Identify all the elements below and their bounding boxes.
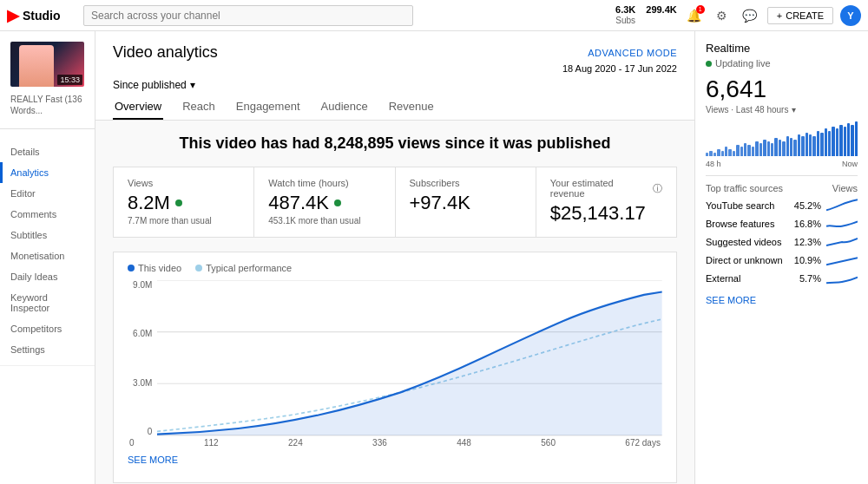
sidebar-item-subtitles[interactable]: Subtitles: [0, 225, 95, 245]
traffic-row: Suggested videos 12.3%: [706, 235, 858, 249]
sidebar-item-keyword-inspector[interactable]: Keyword Inspector: [0, 287, 95, 318]
chart-label-left: 48 h: [706, 160, 721, 168]
video-thumbnail[interactable]: 15:33: [10, 42, 84, 87]
traffic-source-pct: 12.3%: [793, 237, 821, 247]
mini-bar-item: [755, 141, 758, 156]
tab-reach[interactable]: Reach: [181, 95, 217, 120]
mini-bar-item: [709, 151, 712, 156]
search-input[interactable]: [83, 5, 413, 26]
mini-bar-item: [740, 147, 743, 156]
sidebar-item-monetisation[interactable]: Monetisation: [0, 245, 95, 266]
mini-bar-item: [736, 145, 739, 156]
video-duration: 15:33: [57, 75, 82, 85]
mini-bar-item: [744, 143, 746, 156]
topbar: ▶ Studio 6.3K Subs 299.4K 🔔 1 ⚙ 💬 + CREA…: [0, 0, 868, 31]
metric-watchtime-sub: 453.1K more than usual: [268, 216, 380, 226]
mini-bar-item: [733, 151, 735, 156]
mini-bar-item: [806, 133, 808, 156]
sidebar: 15:33 REALLY Fast (136 Words... Details …: [0, 31, 95, 484]
sidebar-item-competitors[interactable]: Competitors: [0, 318, 95, 339]
metric-views-value: 8.2M: [128, 192, 240, 214]
chart-legend: This video Typical performance: [128, 263, 662, 273]
y-label-0: 0: [128, 427, 152, 436]
video-headline: This video has had 8,248,895 views since…: [113, 134, 677, 153]
date-filter-label: Since published: [113, 79, 187, 91]
metric-subs-value: +97.4K: [410, 192, 522, 214]
metric-watchtime-value: 487.4K: [268, 192, 380, 214]
traffic-row: External 5.7%: [706, 271, 858, 285]
views-indicator: [175, 199, 182, 206]
x-axis-labels: 0 112 224 336 448 560 672 days: [128, 438, 662, 448]
typical-label: Typical performance: [206, 263, 292, 273]
mini-bar-item: [793, 140, 796, 156]
traffic-source-pct: 5.7%: [793, 273, 821, 284]
title-row: Video analytics ADVANCED MODE: [113, 43, 677, 62]
avatar[interactable]: Y: [840, 5, 861, 26]
notifications-button[interactable]: 🔔 1: [684, 5, 705, 26]
x-label-336: 336: [372, 438, 387, 448]
tab-engagement[interactable]: Engagement: [234, 95, 302, 120]
tab-audience[interactable]: Audience: [319, 95, 370, 120]
chart-label-right: Now: [842, 160, 858, 168]
info-icon[interactable]: ⓘ: [653, 182, 662, 195]
sidebar-item-analytics[interactable]: Analytics: [0, 162, 95, 183]
sidebar-item-details[interactable]: Details: [0, 141, 95, 162]
mini-bar-item: [771, 143, 773, 156]
tab-revenue[interactable]: Revenue: [387, 95, 436, 120]
studio-label: Studio: [23, 9, 61, 23]
mini-bar-item: [747, 145, 750, 156]
x-label-224: 224: [288, 438, 303, 448]
traffic-header: Top traffic sources Views: [706, 183, 858, 193]
mini-bar-item: [851, 125, 853, 156]
sidebar-item-settings[interactable]: Settings: [0, 339, 95, 360]
youtube-icon: ▶: [7, 6, 19, 25]
overview-content: This video has had 8,248,895 views since…: [95, 121, 694, 484]
date-range-value: 18 Aug 2020 - 17 Jun 2022: [562, 63, 677, 74]
metric-subs-label: Subscribers: [410, 178, 522, 188]
mini-bar-item: [725, 147, 727, 156]
subs-value: 6.3K: [615, 4, 635, 16]
realtime-count-label[interactable]: Views · Last 48 hours ▾: [706, 105, 858, 114]
mini-bar-item: [752, 147, 754, 156]
tab-overview[interactable]: Overview: [113, 95, 163, 120]
see-more-button[interactable]: SEE MORE: [128, 448, 178, 472]
chart-container: 9.0M 6.0M 3.0M 0: [128, 280, 662, 436]
page-title: Video analytics: [113, 43, 218, 62]
mini-bar-item: [786, 136, 789, 156]
feedback-button[interactable]: 💬: [740, 5, 760, 26]
count-label-text: Views · Last 48 hours: [706, 105, 788, 114]
mini-bar-item: [713, 153, 716, 156]
create-button[interactable]: + CREATE: [767, 7, 833, 24]
date-filter-dropdown[interactable]: Since published ▾: [113, 79, 677, 91]
traffic-source-pct: 45.2%: [793, 200, 821, 211]
traffic-source-pct: 16.8%: [793, 219, 821, 229]
mini-bar-item: [717, 149, 720, 156]
help-button[interactable]: ⚙: [712, 5, 733, 26]
mini-bar-item: [820, 133, 823, 156]
realtime-title: Realtime: [706, 42, 858, 55]
traffic-sparkline: [826, 199, 858, 213]
x-label-0: 0: [129, 438, 135, 448]
typical-dot: [195, 265, 202, 271]
mini-bar-item: [774, 138, 777, 156]
advanced-mode-button[interactable]: ADVANCED MODE: [588, 48, 677, 58]
right-see-more-button[interactable]: SEE MORE: [706, 295, 756, 305]
sidebar-item-editor[interactable]: Editor: [0, 183, 95, 204]
metric-revenue-label: Your estimated revenue ⓘ: [550, 178, 662, 199]
mini-bar-item: [839, 125, 842, 156]
topbar-right: 6.3K Subs 299.4K 🔔 1 ⚙ 💬 + CREATE Y: [615, 4, 861, 26]
y-label-6m: 6.0M: [128, 329, 152, 338]
sidebar-item-daily-ideas[interactable]: Daily Ideas: [0, 266, 95, 287]
x-label-560: 560: [541, 438, 556, 448]
traffic-row: YouTube search 45.2%: [706, 199, 858, 213]
views-value: 299.4K: [646, 4, 676, 16]
metrics-row: Views 8.2M 7.7M more than usual Watch ti…: [113, 167, 677, 238]
sidebar-item-comments[interactable]: Comments: [0, 204, 95, 225]
traffic-sparkline: [826, 217, 858, 231]
x-label-672: 672 days: [625, 438, 661, 448]
metric-views: Views 8.2M 7.7M more than usual: [114, 167, 254, 237]
mini-chart-labels: 48 h Now: [706, 160, 858, 168]
layout: 15:33 REALLY Fast (136 Words... Details …: [0, 31, 868, 484]
this-video-label: This video: [138, 263, 181, 273]
chevron-down-icon: ▾: [190, 79, 195, 91]
